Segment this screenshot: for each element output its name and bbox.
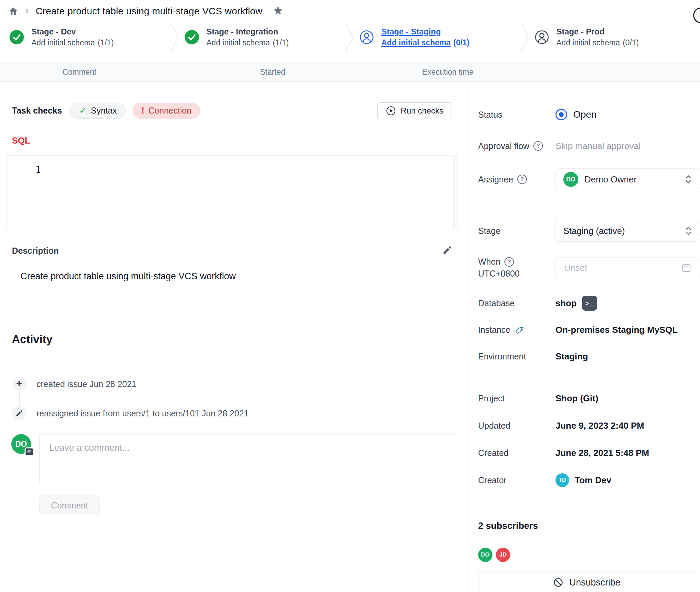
assignee-label: Assignee ? [478, 175, 556, 184]
when-timezone: UTC+0800 [478, 269, 520, 279]
breadcrumb-chevron-icon: › [25, 5, 29, 16]
stage-item-dev[interactable]: Stage - Dev Add initial schema(1/1) [0, 23, 175, 52]
avatar: DO [478, 548, 492, 562]
person-circle-icon [535, 30, 549, 44]
instance-label: Instance [478, 324, 556, 335]
stage-name: Stage - Prod [557, 27, 639, 36]
approval-flow-row: Approval flow ? Skip manual approval [478, 137, 700, 155]
database-value[interactable]: shop [556, 298, 577, 309]
approval-flow-label: Approval flow ? [478, 141, 556, 151]
sidebar-divider [478, 503, 700, 503]
environment-value: Staging [556, 351, 588, 362]
stage-task-count: (1/1) [273, 38, 289, 47]
stage-item-integration[interactable]: Stage - Integration Add initial schema(1… [175, 23, 350, 52]
stage-task: Add initial schema [207, 38, 270, 47]
project-value: Shop (Git) [556, 393, 598, 404]
database-row: Database shop >_ [478, 294, 700, 312]
when-row: When ? UTC+0800 Unset [478, 257, 700, 279]
stage-select-value: Staging (active) [563, 226, 625, 236]
sql-section-label: SQL [12, 135, 468, 146]
home-icon[interactable] [8, 6, 18, 16]
main-panel: Task checks ✓ Syntax ! Connection Run ch… [0, 82, 468, 592]
project-row: Project Shop (Git) [478, 389, 700, 407]
task-table-header: Comment Started Execution time [0, 62, 700, 82]
stage-select[interactable]: Staging (active) [556, 220, 700, 242]
sql-line-number: 1 [35, 165, 41, 175]
mysql-dolphin-icon [515, 324, 526, 335]
instance-value: On-premises Staging MySQL [556, 325, 678, 335]
subscribers-heading: 2 subscribers [478, 521, 700, 531]
stage-label: Stage [478, 226, 556, 236]
avatar-initials: DO [15, 440, 27, 449]
avatar: DO [11, 434, 31, 454]
updated-label: Updated [478, 421, 556, 431]
check-pill-label: Connection [148, 106, 191, 116]
stage-task-count: (0/1) [623, 38, 639, 47]
page-title: Create product table using multi-stage V… [36, 6, 262, 17]
activity-entry-text: reassigned issue from users/1 to users/1… [36, 409, 249, 418]
sql-editor[interactable]: 1 [6, 156, 458, 229]
approval-flow-value: Skip manual approval [556, 141, 641, 151]
assignee-select[interactable]: DO Demo Owner [556, 168, 700, 190]
stage-item-staging[interactable]: Stage - Staging Add initial schema(0/1) [350, 23, 525, 52]
comment-button[interactable]: Comment [39, 495, 100, 515]
play-circle-icon [386, 106, 396, 116]
issue-page: › Create product table using multi-stage… [0, 0, 700, 592]
comment-input[interactable] [39, 434, 458, 483]
breadcrumb: › Create product table using multi-stage… [0, 0, 700, 23]
stage-pipeline: Stage - Dev Add initial schema(1/1) Stag… [0, 23, 700, 52]
environment-row: Environment Staging [478, 347, 700, 365]
environment-label: Environment [478, 352, 556, 361]
project-label: Project [478, 394, 556, 403]
database-label: Database [478, 298, 556, 308]
stage-name: Stage - Staging [381, 27, 470, 36]
stage-task: Add initial schema [31, 38, 95, 47]
chevron-updown-icon [685, 226, 692, 236]
unsubscribe-button[interactable]: Unsubscribe [478, 572, 695, 592]
stage-name: Stage - Dev [31, 27, 114, 36]
help-circle-cut-icon[interactable] [693, 8, 700, 23]
status-radio-open[interactable] [556, 109, 567, 120]
column-header-comment: Comment [62, 68, 96, 77]
activity-entry: reassigned issue from users/1 to users/1… [12, 406, 468, 420]
stage-task-count: (1/1) [98, 38, 114, 47]
comment-composer: DO [11, 434, 468, 483]
column-header-execution-time: Execution time [422, 68, 474, 77]
edit-description-button[interactable] [442, 246, 452, 256]
calendar-icon [681, 263, 691, 273]
activity-divider [12, 358, 458, 358]
assignee-row: Assignee ? DO Demo Owner [478, 168, 700, 190]
when-label-text: When [478, 257, 500, 267]
sidebar-divider [478, 377, 700, 377]
person-circle-icon [360, 30, 374, 44]
creator-value: Tom Dev [575, 475, 611, 486]
description-label: Description [12, 246, 59, 256]
stage-task-count: (0/1) [453, 38, 469, 47]
avatar: JD [496, 548, 510, 562]
assignee-value: Demo Owner [584, 174, 637, 185]
check-pill-syntax[interactable]: ✓ Syntax [70, 103, 126, 119]
stage-item-prod[interactable]: Stage - Prod Add initial schema(0/1) [525, 23, 700, 52]
help-icon[interactable]: ? [533, 141, 543, 151]
unsubscribe-label: Unsubscribe [569, 577, 620, 588]
sidebar-divider [478, 209, 700, 209]
check-pill-connection[interactable]: ! Connection [133, 103, 200, 119]
help-icon[interactable]: ? [504, 257, 514, 267]
check-fail-icon: ! [141, 106, 144, 115]
terminal-icon[interactable]: >_ [582, 296, 597, 311]
sql-editor-scrollbar[interactable] [453, 156, 458, 229]
star-icon[interactable] [273, 5, 284, 17]
created-label: Created [478, 448, 556, 458]
when-datetime-input[interactable]: Unset [556, 257, 700, 278]
creator-row: Creator TD Tom Dev [478, 471, 700, 489]
pencil-icon [442, 246, 452, 255]
creator-label: Creator [478, 475, 556, 485]
updated-value: June 9, 2023 2:40 PM [556, 420, 644, 431]
help-icon[interactable]: ? [517, 175, 527, 184]
run-checks-button[interactable]: Run checks [377, 102, 452, 119]
created-row: Created June 28, 2021 5:48 PM [478, 444, 700, 462]
activity-timeline-connector [19, 391, 20, 406]
run-checks-label: Run checks [401, 106, 443, 116]
subscribers-avatars: DO JD [478, 548, 700, 562]
stage-task: Add initial schema [381, 38, 451, 47]
